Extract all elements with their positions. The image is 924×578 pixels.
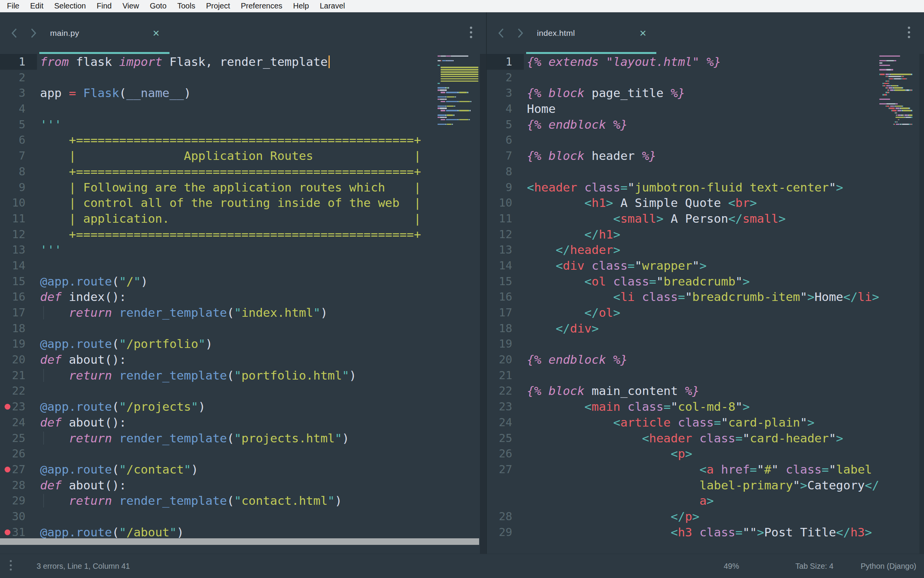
code-line-11[interactable]: 11 <small> A Person</small> (487, 211, 924, 227)
tab-main-py[interactable]: main.py × (39, 12, 169, 54)
line-number: 20 (487, 352, 524, 368)
code-line-12[interactable]: 12 +====================================… (0, 227, 486, 242)
code-line-wrap[interactable]: label-primary">Category</ (487, 477, 924, 493)
code-line-28[interactable]: 28def about(): (0, 477, 486, 493)
code-line-27[interactable]: 27 <a href="#" class="label (487, 462, 924, 477)
line-number: 7 (487, 148, 524, 164)
code-line-25[interactable]: 25 return render_template("projects.html… (0, 430, 486, 446)
status-tab-size[interactable]: Tab Size: 4 (795, 562, 833, 571)
indent-guide (43, 369, 44, 382)
code-line-19[interactable]: 19@app.route("/portfolio") (0, 336, 486, 352)
vertical-scrollbar-right[interactable] (919, 54, 924, 554)
line-number: 10 (487, 195, 524, 211)
code-line-5[interactable]: 5''' (0, 117, 486, 133)
code-line-29[interactable]: 29 return render_template("contact.html"… (0, 493, 486, 509)
code-editor-main-py[interactable]: 1from flask import Flask, render_templat… (0, 54, 486, 538)
code-line-5[interactable]: 5{% endblock %} (487, 117, 924, 133)
code-line-24[interactable]: 24def about(): (0, 415, 486, 430)
code-line-9[interactable]: 9<header class="jumbotron-fluid text-cen… (487, 180, 924, 195)
pane-overflow-menu-icon[interactable] (907, 26, 911, 40)
minimap-right[interactable] (879, 55, 912, 148)
code-line-2[interactable]: 2 (487, 70, 924, 86)
code-line-18[interactable]: 18 </div> (487, 321, 924, 336)
code-line-4[interactable]: 4 (0, 101, 486, 117)
code-line-21[interactable]: 21 return render_template("portfolio.htm… (0, 368, 486, 383)
pane-overflow-menu-icon[interactable] (469, 26, 473, 40)
status-overflow-menu-icon[interactable] (9, 560, 12, 573)
menu-item-file[interactable]: File (2, 0, 25, 12)
code-line-25[interactable]: 25 <header class="card-header"> (487, 430, 924, 446)
menu-item-find[interactable]: Find (91, 0, 117, 12)
code-line-13[interactable]: 13 </header> (487, 242, 924, 258)
code-line-24[interactable]: 24 <article class="card-plain"> (487, 415, 924, 430)
history-back-icon[interactable] (9, 27, 19, 40)
minimap-left[interactable] (438, 55, 478, 148)
menu-item-preferences[interactable]: Preferences (235, 0, 288, 12)
code-line-2[interactable]: 2 (0, 70, 486, 86)
code-line-4[interactable]: 4Home (487, 101, 924, 117)
menu-item-selection[interactable]: Selection (49, 0, 91, 12)
code-line-3[interactable]: 3app = Flask(__name__) (0, 85, 486, 101)
code-line-13[interactable]: 13''' (0, 242, 486, 258)
code-line-7[interactable]: 7{% block header %} (487, 148, 924, 164)
code-line-27[interactable]: 27@app.route("/contact") (0, 462, 486, 477)
menu-item-laravel[interactable]: Laravel (314, 0, 350, 12)
code-line-3[interactable]: 3{% block page_title %} (487, 85, 924, 101)
code-line-28[interactable]: 28 </p> (487, 509, 924, 524)
code-line-8[interactable]: 8 (487, 164, 924, 180)
editor-workspace: main.py × 1from flask import Flask, rend… (0, 12, 924, 554)
code-line-19[interactable]: 19 (487, 336, 924, 352)
code-line-20[interactable]: 20def about(): (0, 352, 486, 368)
code-line-14[interactable]: 14 <div class="wrapper"> (487, 258, 924, 274)
code-line-7[interactable]: 7 | Application Routes | (0, 148, 486, 164)
line-number: 3 (487, 85, 524, 101)
horizontal-scrollbar-left[interactable] (0, 538, 479, 545)
menu-item-project[interactable]: Project (201, 0, 235, 12)
code-line-6[interactable]: 6 (487, 132, 924, 148)
menu-item-edit[interactable]: Edit (25, 0, 49, 12)
menu-item-help[interactable]: Help (288, 0, 314, 12)
code-line-22[interactable]: 22{% block main_content %} (487, 383, 924, 399)
history-back-icon[interactable] (496, 27, 506, 40)
code-line-1[interactable]: 1{% extends "layout.html" %} (487, 54, 924, 70)
code-line-15[interactable]: 15 <ol class="breadcrumb"> (487, 274, 924, 289)
code-line-11[interactable]: 11 | application. | (0, 211, 486, 227)
history-forward-icon[interactable] (515, 27, 525, 40)
code-line-16[interactable]: 16def index(): (0, 289, 486, 305)
tab-close-icon[interactable]: × (639, 29, 646, 37)
status-syntax-mode[interactable]: Python (Django) (860, 562, 916, 571)
code-line-26[interactable]: 26 <p> (487, 446, 924, 462)
code-line-23[interactable]: 23@app.route("/projects") (0, 399, 486, 415)
code-line-15[interactable]: 15@app.route("/") (0, 274, 486, 289)
code-line-31[interactable]: 31@app.route("/about") (0, 524, 486, 538)
history-forward-icon[interactable] (29, 27, 39, 40)
code-line-21[interactable]: 21 (487, 368, 924, 383)
code-line-23[interactable]: 23 <main class="col-md-8"> (487, 399, 924, 415)
code-line-29[interactable]: 29 <h3 class="">Post Title</h3> (487, 524, 924, 540)
code-line-10[interactable]: 10 <h1> A Simple Quote <br> (487, 195, 924, 211)
status-zoom-level[interactable]: 49% (724, 562, 739, 571)
code-line-17[interactable]: 17 return render_template("index.html") (0, 305, 486, 321)
code-line-22[interactable]: 22 (0, 383, 486, 399)
vertical-scrollbar-left[interactable] (480, 54, 486, 554)
code-line-wrap[interactable]: a> (487, 493, 924, 509)
menu-item-goto[interactable]: Goto (144, 0, 172, 12)
tab-index-html[interactable]: index.html × (526, 12, 656, 54)
menu-item-tools[interactable]: Tools (172, 0, 201, 12)
code-line-1[interactable]: 1from flask import Flask, render_templat… (0, 54, 486, 70)
code-line-30[interactable]: 30 (0, 509, 486, 524)
code-line-16[interactable]: 16 <li class="breadcrumb-item">Home</li> (487, 289, 924, 305)
code-line-9[interactable]: 9 | Following are the application routes… (0, 180, 486, 195)
tab-close-icon[interactable]: × (153, 29, 159, 37)
code-line-14[interactable]: 14 (0, 258, 486, 274)
code-line-6[interactable]: 6 +=====================================… (0, 132, 486, 148)
menu-item-view[interactable]: View (117, 0, 144, 12)
code-line-12[interactable]: 12 </h1> (487, 227, 924, 242)
code-line-8[interactable]: 8 +=====================================… (0, 164, 486, 180)
code-line-17[interactable]: 17 </ol> (487, 305, 924, 321)
code-line-20[interactable]: 20{% endblock %} (487, 352, 924, 368)
code-editor-index-html[interactable]: 1{% extends "layout.html" %}23{% block p… (487, 54, 924, 554)
code-line-26[interactable]: 26 (0, 446, 486, 462)
code-line-18[interactable]: 18 (0, 321, 486, 336)
code-line-10[interactable]: 10 | control all of the routing inside o… (0, 195, 486, 211)
